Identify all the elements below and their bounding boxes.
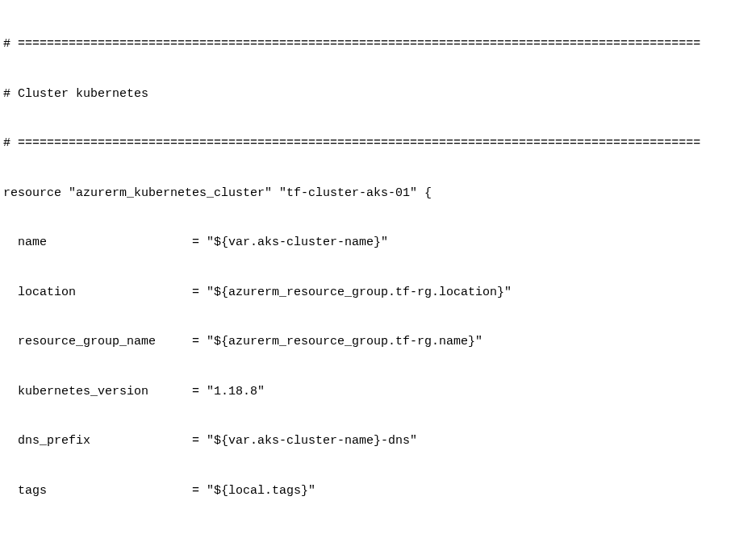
code-line: # Cluster kubernetes — [3, 86, 753, 103]
code-block: # ======================================… — [3, 3, 753, 559]
code-line: dns_prefix = "${var.aks-cluster-name}-dn… — [3, 433, 753, 450]
code-line: resource_group_name = "${azurerm_resourc… — [3, 334, 753, 351]
code-line: # ======================================… — [3, 136, 753, 152]
code-line: # ======================================… — [3, 36, 753, 53]
code-line: tags = "${local.tags}" — [3, 483, 753, 500]
code-line: kubernetes_version = "1.18.8" — [3, 384, 753, 401]
code-line: resource "azurerm_kubernetes_cluster" "t… — [3, 186, 753, 202]
code-line: location = "${azurerm_resource_group.tf-… — [3, 285, 753, 302]
code-line: name = "${var.aks-cluster-name}" — [3, 235, 753, 252]
